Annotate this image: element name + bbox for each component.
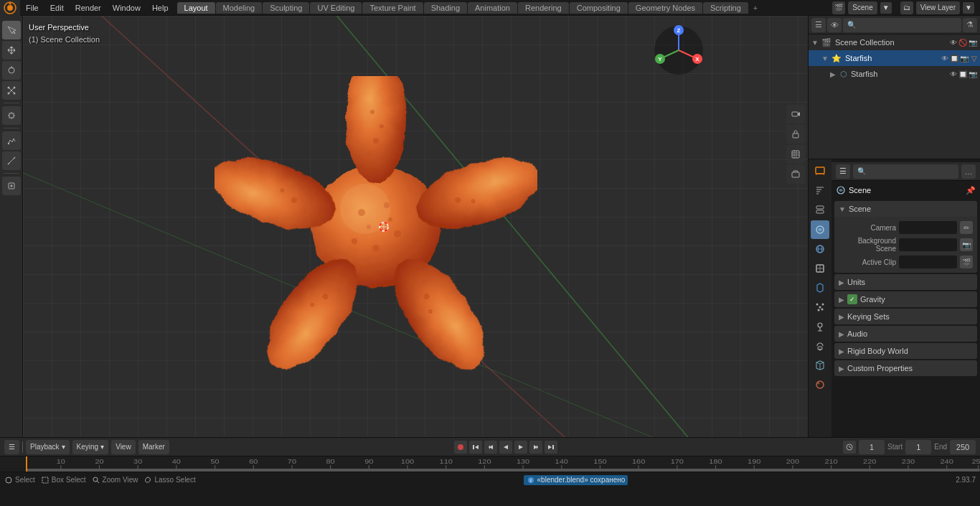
custom-props-header[interactable]: ▶ Custom Properties [834,360,977,376]
tab-uv-editing[interactable]: UV Editing [310,2,362,14]
keying-btn[interactable]: Keying ▾ [72,440,109,454]
tool-scale[interactable] [2,81,21,100]
active-clip-btn[interactable]: 🎬 [960,256,973,268]
play-forward-btn[interactable] [514,441,527,454]
tool-cursor[interactable] [2,21,21,39]
keying-sets-header[interactable]: ▶ Keying Sets [834,309,977,324]
viewport-gizmo[interactable]: Z X Y [650,22,707,79]
playback-btn[interactable]: Playback ▾ [26,440,70,454]
tab-modeling[interactable]: Modeling [216,2,263,14]
props-tab-particles[interactable] [811,298,829,317]
props-tab-object[interactable] [811,259,829,278]
outliner-view-btn[interactable]: 👁 [827,18,842,32]
gravity-checkbox[interactable]: ✓ [847,294,857,304]
outliner-mode-btn[interactable]: ☰ [811,18,826,32]
display-mode-btn[interactable] [786,145,805,164]
tool-annotate[interactable] [2,131,21,150]
outliner-row-starfish-mesh[interactable]: ▶ ⬡ Starfish 👁 🔲 📷 [809,66,980,82]
props-tab-scene[interactable] [811,220,829,239]
viewport-body[interactable]: User Perspective (1) Scene Collection [23,16,808,437]
tool-move[interactable] [2,41,21,60]
props-tab-constraints[interactable] [811,337,829,355]
tab-layout[interactable]: Layout [177,2,215,14]
props-tab-output[interactable] [811,182,829,200]
active-clip-value[interactable] [899,256,957,268]
marker-btn[interactable]: Marker [138,440,169,454]
current-frame-input[interactable] [859,440,885,454]
svg-text:250: 250 [971,458,980,465]
tab-sculpting[interactable]: Sculpting [263,2,309,14]
app-logo[interactable] [0,0,20,16]
outliner-row-scene-collection[interactable]: ▼ 🎬 Scene Collection 👁 🚫 📷 [809,34,980,50]
units-section-header[interactable]: ▶ Units [834,274,977,290]
view-layer-icon[interactable]: 🗂 [900,1,913,14]
outliner-row-starfish[interactable]: ▼ ⭐ Starfish 👁 🔲 📷 ▽ [809,50,980,66]
tab-scripting[interactable]: Scripting [703,2,748,14]
menu-edit[interactable]: Edit [44,0,70,15]
tl-mode-btn[interactable]: ☰ [4,440,19,454]
props-tab-physics[interactable] [811,317,829,336]
tab-geometry-nodes[interactable]: Geometry Nodes [628,2,702,14]
jump-start-btn[interactable] [469,441,482,454]
props-options-btn[interactable]: … [961,164,976,179]
view-layer-selector[interactable]: View Layer [916,1,960,14]
tab-compositing[interactable]: Compositing [570,2,628,14]
tool-add[interactable] [2,177,21,195]
start-frame-input[interactable] [905,440,931,454]
tab-rendering[interactable]: Rendering [518,2,569,14]
lock-camera-btn[interactable] [786,125,805,144]
tab-shading[interactable]: Shading [424,2,467,14]
props-search[interactable] [853,164,958,179]
tool-rotate[interactable] [2,61,21,80]
timeline-scrollbar-thumb[interactable] [26,469,980,472]
props-tab-modifier[interactable] [811,278,829,297]
scene-pin-btn[interactable]: 📌 [966,186,976,195]
step-forward-btn[interactable] [529,441,542,454]
menu-help[interactable]: Help [146,0,174,15]
add-workspace-tab[interactable]: + [749,2,762,14]
tool-transform[interactable] [2,106,21,125]
play-reverse-btn[interactable] [499,441,512,454]
end-frame-input[interactable] [950,440,976,454]
props-tab-render[interactable] [811,162,829,181]
props-tab-world[interactable] [811,240,829,258]
scene-selector[interactable]: Scene [848,1,877,14]
starfish-object[interactable] [215,76,537,378]
background-scene-camera-btn[interactable]: 📷 [960,238,973,251]
camera-value[interactable] [899,221,957,234]
tl-view-btn[interactable]: View [111,440,136,454]
tl-sep1 [22,441,23,453]
menu-window[interactable]: Window [107,0,146,15]
camera-row: Camera ✏ [839,220,973,235]
main-content: Object Mode ▾ View Select Add Object Glo… [0,16,980,437]
props-tab-view-layer[interactable] [811,201,829,220]
gravity-section-header[interactable]: ▶ ✓ Gravity [834,291,977,307]
camera-edit-btn[interactable]: ✏ [960,221,973,234]
background-scene-value[interactable] [899,238,957,251]
record-btn[interactable] [454,441,467,454]
audio-header[interactable]: ▶ Audio [834,326,977,342]
scene-section-arrow: ▼ [839,205,846,213]
props-tab-material[interactable] [811,375,829,394]
tab-animation[interactable]: Animation [468,2,517,14]
menu-render[interactable]: Render [70,0,107,15]
svg-point-2 [9,2,11,4]
scene-icon[interactable]: 🎬 [832,1,845,14]
scene-options[interactable]: ▼ [880,2,892,14]
tool-measure[interactable] [2,151,21,170]
scene-section-header[interactable]: ▼ Scene [834,201,977,217]
outliner-search[interactable] [843,18,961,32]
jump-end-btn[interactable] [545,441,557,454]
props-tab-data[interactable] [811,356,829,375]
timeline-scrollbar[interactable] [26,469,980,472]
menu-file[interactable]: File [20,0,44,15]
props-mode-btn[interactable]: ☰ [836,164,850,179]
view-layer-options[interactable]: ▼ [963,2,974,14]
step-back-btn[interactable] [484,441,497,454]
tab-texture-paint[interactable]: Texture Paint [362,2,423,14]
rigid-body-header[interactable]: ▶ Rigid Body World [834,343,977,359]
camera-view-btn[interactable] [786,105,805,123]
keying-sets-arrow: ▶ [839,313,844,321]
collections-btn[interactable] [786,165,805,184]
outliner-filter-btn[interactable]: ⚗ [963,18,977,32]
